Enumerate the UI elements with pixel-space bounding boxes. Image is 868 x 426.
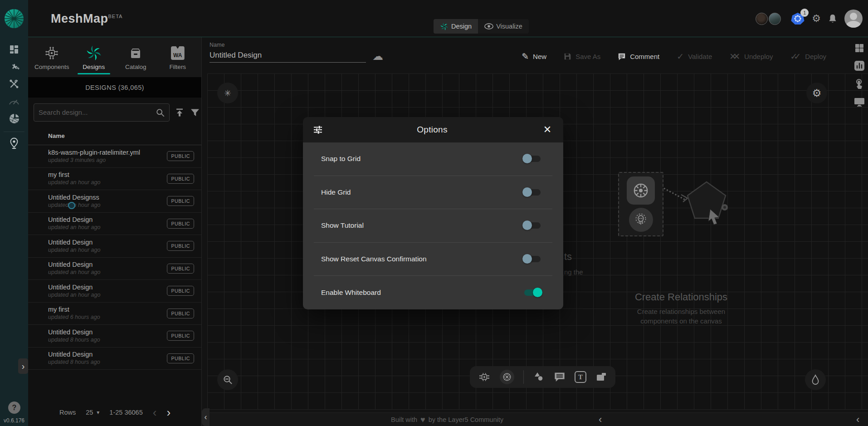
tools-icon: [9, 78, 20, 89]
zoom-out-button[interactable]: [217, 369, 238, 390]
design-row-8[interactable]: Untitled Design updated 8 hours ago PUBL…: [28, 325, 201, 348]
design-row-6[interactable]: Untitled Design updated an hour ago PUBL…: [28, 280, 201, 303]
user-avatar[interactable]: [844, 10, 863, 28]
design-row-1[interactable]: my first updated an hour ago PUBLIC: [28, 168, 201, 191]
tab-catalog[interactable]: Catalog: [116, 37, 156, 77]
upload-design-icon[interactable]: [174, 107, 185, 118]
design-row-2[interactable]: Untitled Designss updated an hour ago PU…: [28, 190, 201, 213]
snowflake-icon: ✳: [224, 88, 231, 98]
visibility-badge: PUBLIC: [167, 241, 194, 251]
gears-icon: [8, 61, 20, 72]
mode-design-label: Design: [451, 23, 472, 30]
panel-collapse-tab[interactable]: ‹: [202, 408, 210, 426]
search-box[interactable]: [34, 103, 170, 122]
nav-dashboard[interactable]: [0, 41, 28, 58]
designs-count-header: DESIGNS (36,065): [28, 77, 201, 98]
comment-button[interactable]: Comment: [618, 52, 659, 61]
footer-corner-collapse-icon[interactable]: ‹: [856, 413, 859, 426]
design-row-5[interactable]: Untitled Design updated an hour ago PUBL…: [28, 258, 201, 280]
options-modal: Options ✕ Snap to Grid Hide Grid Show Tu…: [303, 117, 563, 309]
options-list: Snap to Grid Hide Grid Show Tutorial Sho…: [303, 142, 563, 309]
dashboard-icon: [9, 44, 20, 55]
name-field-label: Name: [210, 42, 383, 48]
settings-gear-icon[interactable]: ⚙: [812, 14, 821, 24]
clipped-hint-sub-fragment: ng the: [564, 268, 583, 276]
nav-extensions[interactable]: [0, 110, 28, 127]
validate-button[interactable]: ✓ Validate: [677, 52, 712, 61]
nav-performance[interactable]: [0, 93, 28, 110]
tab-catalog-label: Catalog: [125, 64, 146, 70]
undeploy-button[interactable]: ✕✕ Undeploy: [729, 52, 773, 61]
kubernetes-node-icon: [627, 176, 655, 205]
mode-visualize[interactable]: Visualize: [478, 19, 529, 34]
dock-kubernetes-tool[interactable]: [500, 370, 514, 384]
help-button[interactable]: ?: [8, 402, 20, 414]
rows-per-page-select[interactable]: 25 ▾: [86, 409, 99, 416]
layer5-logo[interactable]: [0, 0, 28, 37]
design-row-4[interactable]: Untitled Design updated an hour ago PUBL…: [28, 235, 201, 258]
kubernetes-count-badge: 1: [800, 9, 809, 17]
show-tutorial-toggle[interactable]: [522, 220, 542, 230]
nav-meshmap-pin[interactable]: [0, 135, 28, 152]
analytics-button[interactable]: [853, 60, 865, 72]
collaborator-avatar-2[interactable]: [769, 13, 781, 25]
dock-media-tool[interactable]: [595, 372, 607, 382]
catalog-drawer-icon: [129, 45, 142, 61]
notifications-bell-icon[interactable]: [828, 14, 837, 24]
visibility-badge: PUBLIC: [167, 308, 194, 318]
search-row: [28, 98, 201, 127]
close-icon[interactable]: ✕: [541, 124, 553, 136]
mode-visualize-label: Visualize: [496, 23, 522, 30]
freeze-layout-button[interactable]: ✳: [217, 83, 238, 103]
kubernetes-wheel-icon: [502, 372, 512, 382]
search-input[interactable]: [39, 108, 156, 116]
ink-drop-button[interactable]: [805, 369, 826, 390]
design-name-input[interactable]: [210, 48, 366, 63]
reset-canvas-confirmation-toggle[interactable]: [522, 254, 542, 264]
filter-funnel-icon[interactable]: [190, 107, 200, 118]
gear-icon: ⚙: [812, 87, 822, 99]
designs-panel: Components Designs: [28, 37, 202, 426]
deploy-button[interactable]: ✓✓ Deploy: [790, 52, 826, 61]
mode-design[interactable]: Design: [434, 19, 478, 34]
collaborator-avatar-1[interactable]: [756, 13, 768, 25]
save-as-button[interactable]: Save As: [564, 52, 600, 61]
dock-components-tool[interactable]: [478, 371, 491, 383]
tab-filters[interactable]: WA Filters: [158, 37, 198, 77]
canvas-settings-button[interactable]: ⚙: [806, 83, 827, 103]
visibility-badge: PUBLIC: [167, 331, 194, 341]
prev-page-button[interactable]: ‹: [153, 406, 157, 418]
dock-shapes-tool[interactable]: [533, 371, 545, 383]
dock-comment-tool[interactable]: [554, 372, 566, 382]
hide-grid-toggle[interactable]: [522, 187, 542, 197]
tab-components[interactable]: Components: [32, 37, 72, 77]
beta-tag: BETA: [108, 14, 123, 19]
kubernetes-context-button[interactable]: 1: [791, 12, 805, 25]
footer-credit: Built with ♥ by the Layer5 Community: [391, 416, 503, 424]
interaction-mode-button[interactable]: [854, 78, 865, 90]
widgets-grid-button[interactable]: [854, 43, 865, 54]
tab-designs-label: Designs: [83, 64, 105, 70]
display-button[interactable]: [853, 96, 865, 107]
nav-lifecycle[interactable]: [0, 58, 28, 75]
panel-tabs: Components Designs: [28, 37, 201, 77]
design-row-0[interactable]: k8s-wasm-plugin-ratelimiter.yml updated …: [28, 145, 201, 168]
visibility-badge: PUBLIC: [167, 151, 194, 161]
new-button[interactable]: ✎ New: [522, 52, 546, 61]
design-row-3[interactable]: Untitled Design updated an hour ago PUBL…: [28, 213, 201, 235]
option-reset-canvas-confirmation: Show Reset Canvas Confirmation: [314, 243, 552, 276]
nav-configuration[interactable]: [0, 75, 28, 93]
design-row-9[interactable]: Untitled Design updated 8 hours ago PUBL…: [28, 348, 201, 370]
next-page-button[interactable]: ›: [166, 406, 171, 418]
tab-designs[interactable]: Designs: [74, 37, 114, 77]
enable-whiteboard-toggle[interactable]: [522, 288, 542, 298]
option-enable-whiteboard: Enable Whiteboard: [314, 276, 552, 309]
canvas-tool-dock: T: [470, 366, 615, 388]
bell-icon: [828, 14, 837, 24]
expand-drawer-button[interactable]: ›: [18, 358, 28, 374]
dock-text-tool[interactable]: T: [575, 371, 586, 383]
layer5-logo-icon: [4, 8, 24, 29]
design-row-7[interactable]: my first updated 6 hours ago PUBLIC: [28, 303, 201, 325]
snap-to-grid-toggle[interactable]: [522, 154, 542, 164]
footer-collapse-left-icon[interactable]: ‹: [599, 413, 602, 426]
